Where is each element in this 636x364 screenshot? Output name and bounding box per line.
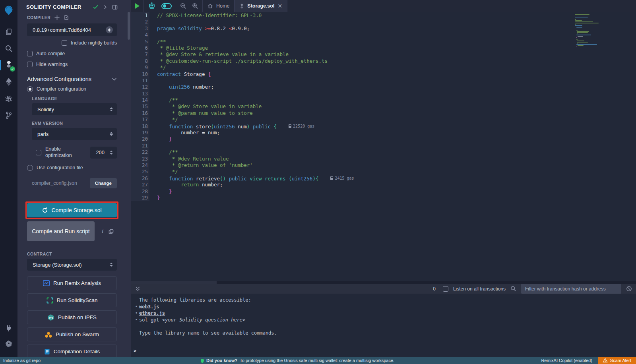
code-line-4[interactable]: 4 bbox=[131, 32, 636, 38]
terminal[interactable]: The following libraries are accessible:•… bbox=[131, 294, 636, 357]
sidebar-icon-file-explorer[interactable] bbox=[0, 24, 17, 40]
sidebar-icon-plugin-manager[interactable] bbox=[0, 320, 17, 336]
line-number[interactable]: 24 bbox=[131, 162, 149, 168]
open-compiler-file-icon[interactable] bbox=[64, 15, 69, 20]
line-number[interactable]: 22 bbox=[131, 149, 149, 155]
advanced-configurations-toggle[interactable]: Advanced Configurations bbox=[27, 76, 117, 82]
transaction-filter-input[interactable] bbox=[521, 284, 621, 294]
code-line-3[interactable]: 3pragma solidity >=0.8.2 <0.9.0; bbox=[131, 25, 636, 32]
code-line-21[interactable]: 21 bbox=[131, 143, 636, 149]
compile-button[interactable]: Compile Storage.sol bbox=[27, 203, 117, 217]
code-line-23[interactable]: 23 * @dev Return value bbox=[131, 156, 636, 162]
code-line-13[interactable]: 13 bbox=[131, 91, 636, 97]
zoom-in-icon[interactable] bbox=[192, 3, 198, 9]
line-number[interactable]: 5 bbox=[131, 39, 149, 45]
evm-version-select[interactable]: paris bbox=[32, 128, 117, 140]
code-editor[interactable]: 1// SPDX-License-Identifier: GPL-3.023pr… bbox=[131, 12, 636, 281]
publish-swarm-button[interactable]: Publish on Swarm bbox=[27, 327, 117, 341]
code-line-11[interactable]: 11 bbox=[131, 77, 636, 84]
ai-copilot-toggle[interactable] bbox=[161, 3, 172, 9]
publish-ipfs-button[interactable]: IPFSPublish on IPFS bbox=[27, 310, 117, 324]
line-number[interactable]: 21 bbox=[131, 143, 149, 149]
run-remix-analysis-button[interactable]: Run Remix Analysis bbox=[27, 276, 117, 290]
sidebar-icon-search[interactable] bbox=[0, 41, 17, 56]
code-line-20[interactable]: 20 } bbox=[131, 136, 636, 142]
contract-select[interactable]: Storage (Storage.sol) bbox=[27, 259, 117, 271]
hide-warnings-checkbox[interactable] bbox=[27, 62, 33, 67]
auto-compile-checkbox[interactable] bbox=[27, 51, 33, 56]
search-icon[interactable] bbox=[510, 286, 516, 292]
add-compiler-icon[interactable] bbox=[54, 15, 60, 20]
code-line-26[interactable]: 26 function retrieve() public view retur… bbox=[131, 175, 636, 182]
code-line-25[interactable]: 25 */ bbox=[131, 168, 636, 175]
code-line-8[interactable]: 8 * @custom:dev-run-script ./scripts/dep… bbox=[131, 58, 636, 64]
run-solidityscan-button[interactable]: Run SolidityScan bbox=[27, 293, 117, 307]
compiler-version-select[interactable]: 0.8.19+commit.7dd6d404 bbox=[27, 23, 117, 36]
line-number[interactable]: 2 bbox=[131, 19, 149, 25]
line-number[interactable]: 16 bbox=[131, 110, 149, 116]
line-number[interactable]: 25 bbox=[131, 168, 149, 175]
line-number[interactable]: 9 bbox=[131, 64, 149, 71]
line-number[interactable]: 18 bbox=[131, 123, 149, 130]
code-line-10[interactable]: 10contract Storage { bbox=[131, 71, 636, 77]
line-number[interactable]: 15 bbox=[131, 103, 149, 110]
config-file-name[interactable]: compiler_config.json bbox=[32, 180, 77, 186]
panel-scrollbar[interactable] bbox=[128, 12, 130, 40]
line-number[interactable]: 12 bbox=[131, 84, 149, 90]
remix-ai-robot-icon[interactable] bbox=[148, 2, 156, 10]
line-number[interactable]: 11 bbox=[131, 77, 149, 84]
line-number[interactable]: 17 bbox=[131, 116, 149, 123]
code-line-29[interactable]: 29} bbox=[131, 195, 636, 201]
line-number[interactable]: 3 bbox=[131, 25, 149, 32]
language-select[interactable]: Solidity bbox=[32, 103, 117, 115]
code-line-6[interactable]: 6 * @title Storage bbox=[131, 45, 636, 51]
code-line-28[interactable]: 28 } bbox=[131, 188, 636, 195]
line-number[interactable]: 6 bbox=[131, 45, 149, 51]
line-number[interactable]: 19 bbox=[131, 130, 149, 136]
line-number[interactable]: 4 bbox=[131, 32, 149, 38]
terminal-resize-handle[interactable] bbox=[131, 281, 636, 284]
clear-console-icon[interactable] bbox=[626, 286, 632, 292]
sidebar-icon-deploy-run[interactable] bbox=[0, 74, 17, 90]
close-tab-icon[interactable]: ✕ bbox=[277, 3, 282, 9]
line-number[interactable]: 28 bbox=[131, 188, 149, 195]
change-config-button[interactable]: Change bbox=[90, 178, 117, 188]
use-configuration-file-radio[interactable] bbox=[27, 165, 33, 171]
compilation-details-button[interactable]: Compilation Details bbox=[27, 345, 117, 357]
line-number[interactable]: 14 bbox=[131, 97, 149, 103]
minimap[interactable] bbox=[575, 14, 609, 49]
git-init-status[interactable]: Initialize as git repo bbox=[0, 358, 41, 363]
code-line-24[interactable]: 24 * @return value of 'number' bbox=[131, 162, 636, 168]
sidebar-icon-settings[interactable] bbox=[0, 335, 17, 351]
library-link[interactable]: web3.js bbox=[139, 304, 159, 310]
code-line-17[interactable]: 17 */ bbox=[131, 116, 636, 123]
code-line-18[interactable]: 18 function store(uint256 num) public {2… bbox=[131, 123, 636, 130]
pin-panel-icon[interactable] bbox=[112, 4, 118, 10]
code-line-2[interactable]: 2 bbox=[131, 19, 636, 25]
enable-optimization-checkbox[interactable] bbox=[36, 150, 41, 155]
copy-icon[interactable] bbox=[109, 229, 114, 234]
code-line-1[interactable]: 1// SPDX-License-Identifier: GPL-3.0 bbox=[131, 12, 636, 19]
code-line-22[interactable]: 22 /** bbox=[131, 149, 636, 155]
sidebar-icon-solidity-compiler[interactable]: ✓ bbox=[0, 57, 17, 73]
line-number[interactable]: 7 bbox=[131, 51, 149, 58]
code-line-19[interactable]: 19 number = num; bbox=[131, 130, 636, 136]
line-number[interactable]: 23 bbox=[131, 156, 149, 162]
chevron-right-icon[interactable] bbox=[103, 5, 108, 10]
line-number[interactable]: 10 bbox=[131, 71, 149, 77]
tab-home[interactable]: Home bbox=[203, 0, 235, 12]
code-line-9[interactable]: 9 */ bbox=[131, 64, 636, 71]
line-number[interactable]: 29 bbox=[131, 195, 149, 201]
code-line-5[interactable]: 5/** bbox=[131, 39, 636, 45]
code-line-12[interactable]: 12 uint256 number; bbox=[131, 84, 636, 90]
include-nightly-checkbox[interactable] bbox=[62, 40, 67, 46]
sidebar-icon-git[interactable] bbox=[0, 107, 17, 123]
code-line-16[interactable]: 16 * @param num value to store bbox=[131, 110, 636, 116]
info-icon[interactable]: i bbox=[101, 228, 103, 234]
listen-transactions-checkbox[interactable] bbox=[443, 286, 448, 292]
tab-storage-sol[interactable]: Storage.sol ✕ bbox=[235, 0, 287, 12]
terminal-prompt[interactable]: > bbox=[134, 348, 136, 354]
scam-alert-badge[interactable]: Scam Alert bbox=[598, 357, 636, 364]
line-number[interactable]: 13 bbox=[131, 91, 149, 97]
compiler-configuration-radio[interactable] bbox=[27, 86, 33, 92]
